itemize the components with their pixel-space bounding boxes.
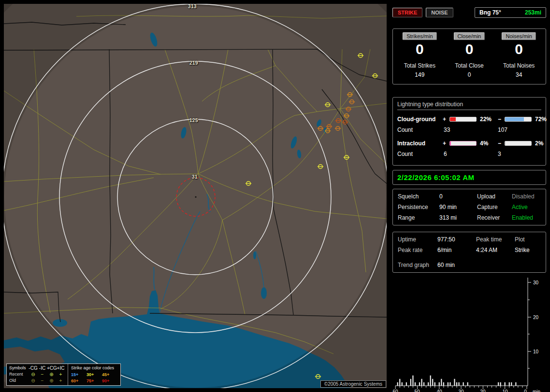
ic-minus-bar [505, 141, 532, 146]
peak-time-label: Peak time [476, 236, 515, 243]
peak-time-value: 4:24 AM [476, 247, 515, 253]
total-noises-label: Total Noises [503, 62, 535, 69]
age-code: 45+ [102, 372, 117, 378]
age-code: 60+ [71, 378, 87, 384]
plus-sign: + [443, 140, 449, 147]
svg-text:50: 50 [414, 389, 420, 392]
ic-plus-bar [449, 141, 477, 146]
close-per-min-button[interactable]: Close/min [454, 32, 485, 40]
age-code: 30+ [87, 372, 102, 378]
uptime-label: Uptime [398, 236, 437, 243]
trend-window-value: 60 min [437, 257, 476, 268]
peak-rate-value: 6/min [437, 247, 476, 253]
count-label: Count [397, 126, 443, 133]
strikes-counter: Strikes/min 0 Total Strikes 149 [395, 32, 445, 78]
legend-col-header: -IC [38, 365, 47, 371]
cloud-ground-row: Cloud-ground + 22% − 72% [397, 114, 541, 124]
minus-sign: − [498, 140, 505, 147]
peak-rate-label: Peak rate [398, 247, 437, 253]
toolbar: STRIKE NOISE Bng 75° 253mi [392, 7, 546, 18]
svg-text:30: 30 [533, 280, 539, 285]
upload-label: Upload [477, 193, 512, 200]
ic-minus-bar-fill [505, 141, 506, 145]
old-neg-cg-icon: ⊖ [29, 378, 38, 384]
stats-panel: Uptime 977:50 Peak time Plot Peak rate 6… [392, 232, 546, 273]
total-noises-value: 34 [516, 71, 522, 78]
ic-minus-pct: 2% [533, 140, 549, 147]
copyright-label: ©2005 Astrogenic Systems [320, 380, 386, 388]
squelch-label: Squelch [398, 193, 439, 200]
cg-minus-bar [505, 117, 532, 122]
legend-symbols-section: Symbols -CG -IC +CG +IC Recent ⊖ − ⊕ + O… [7, 364, 68, 385]
cloud-ground-label: Cloud-ground [397, 116, 443, 123]
total-strikes-label: Total Strikes [404, 62, 435, 69]
cg-plus-pct: 22% [478, 116, 498, 123]
noise-mode-button[interactable]: NOISE [426, 8, 453, 17]
symbol-legend: Symbols -CG -IC +CG +IC Recent ⊖ − ⊕ + O… [6, 364, 121, 386]
range-value: 313 mi [439, 214, 477, 221]
total-strikes-value: 149 [415, 71, 424, 78]
cg-minus-count: 107 [498, 126, 541, 133]
upload-status: Disabled [512, 193, 541, 200]
legend-recent-label: Recent [9, 371, 29, 378]
side-panel: STRIKE NOISE Bng 75° 253mi Strikes/min 0… [392, 4, 546, 388]
range-label: Range [398, 214, 439, 221]
trend-x-ticks [395, 386, 527, 389]
legend-col-header: -CG [29, 365, 38, 371]
svg-text:20: 20 [480, 389, 486, 392]
cg-plus-bar-fill [450, 117, 456, 121]
svg-text:60: 60 [392, 389, 398, 392]
nexstorm-window: 313 219 125 31 Symbols -CG -IC +CG +IC R… [0, 0, 550, 392]
cloud-ground-count-row: Count 33 107 [397, 124, 541, 136]
plot-label: Plot [515, 236, 541, 243]
recent-pos-cg-icon: ⊕ [47, 371, 56, 378]
range-ring-label: 313 [188, 4, 197, 9]
settings-panel: Squelch 0 Upload Disabled Persistence 90… [392, 189, 546, 225]
ic-minus-count: 3 [498, 151, 541, 157]
noises-per-min-button[interactable]: Noises/min [502, 32, 536, 40]
age-code: 90+ [102, 378, 117, 384]
receiver-location-dot [195, 196, 196, 197]
ic-plus-count: 6 [443, 151, 498, 157]
bearing-value: Bng 75° [479, 9, 501, 16]
trend-bars [397, 375, 517, 385]
strikes-per-min-button[interactable]: Strikes/min [403, 32, 436, 40]
count-label: Count [397, 151, 443, 157]
cg-plus-bar [449, 117, 477, 122]
cg-minus-pct: 72% [533, 116, 549, 123]
svg-text:10: 10 [502, 389, 508, 392]
svg-text:30: 30 [458, 389, 464, 392]
total-close-value: 0 [468, 71, 471, 78]
noises-counter: Noises/min 0 Total Noises 34 [494, 32, 544, 78]
persistence-label: Persistence [398, 204, 439, 210]
noises-per-min-value: 0 [515, 42, 523, 57]
range-ring-label: 125 [189, 118, 198, 123]
persistence-value: 90 min [439, 204, 477, 210]
trend-graph-svg: 30 20 10 60 50 40 30 20 10 0 min [392, 274, 546, 392]
ic-plus-bar-fill [450, 141, 451, 145]
range-ring-label: 31 [192, 174, 198, 180]
recent-pos-ic-icon: + [56, 371, 65, 378]
plot-value: Strike [515, 247, 541, 253]
intracloud-count-row: Count 6 3 [397, 148, 541, 160]
intracloud-label: Intracloud [397, 140, 443, 147]
distribution-panel: Lightning type distribution Cloud-ground… [392, 97, 546, 166]
minus-sign: − [498, 116, 505, 123]
trend-graph-label: Trend graph [398, 257, 437, 268]
cg-minus-bar-fill [505, 117, 524, 121]
svg-text:10: 10 [533, 349, 539, 354]
close-counter: Close/min 0 Total Close 0 [445, 32, 494, 78]
receiver-status: Enabled [512, 214, 541, 221]
intracloud-row: Intracloud + 4% − 2% [397, 139, 541, 148]
map-display[interactable]: 313 219 125 31 Symbols -CG -IC +CG +IC R… [4, 4, 387, 388]
legend-age-section: Strike age color codes 15+ 30+ 45+ 60+ 7… [68, 364, 120, 385]
trend-graph: 30 20 10 60 50 40 30 20 10 0 min [392, 274, 546, 392]
ic-plus-pct: 4% [478, 140, 498, 147]
strike-mode-button[interactable]: STRIKE [392, 8, 422, 17]
svg-text:40: 40 [436, 389, 442, 392]
rate-counters-panel: Strikes/min 0 Total Strikes 149 Close/mi… [392, 28, 546, 84]
trend-tick-labels: 30 20 10 60 50 40 30 20 10 0 min [392, 280, 540, 392]
total-close-label: Total Close [455, 62, 483, 69]
recent-neg-ic-icon: − [38, 371, 47, 378]
age-code: 75+ [87, 378, 102, 384]
